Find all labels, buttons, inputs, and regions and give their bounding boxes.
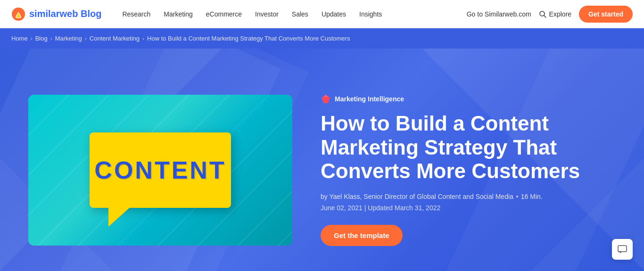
logo-icon	[11, 7, 25, 21]
nav-item-investor[interactable]: Investor	[249, 7, 284, 22]
breadcrumb-marketing[interactable]: Marketing	[55, 35, 82, 42]
speech-bubble-wrapper: CONTENT	[90, 132, 231, 208]
get-started-button[interactable]: Get started	[579, 6, 633, 23]
hero-text: Marketing Intelligence How to Build a Co…	[321, 94, 616, 246]
logo-text: similarweb Blog	[29, 8, 101, 19]
nav-item-insights[interactable]: Insights	[354, 7, 388, 22]
article-author: by Yael Klass, Senior Director of Global…	[321, 193, 616, 200]
nav-item-research[interactable]: Research	[116, 7, 156, 22]
get-template-button[interactable]: Get the template	[321, 225, 403, 246]
speech-bubble: CONTENT	[90, 132, 231, 208]
speech-bubble-text: CONTENT	[94, 156, 226, 184]
logo[interactable]: similarweb Blog	[11, 7, 101, 21]
hero-category: Marketing Intelligence	[321, 94, 616, 104]
article-date: June 02, 2021 | Updated March 31, 2022	[321, 204, 616, 212]
svg-rect-6	[618, 246, 627, 252]
chat-icon	[617, 244, 627, 255]
nav-item-updates[interactable]: Updates	[316, 7, 352, 22]
hero-content: CONTENT Marketing Intelligence How to Bu…	[28, 94, 616, 246]
nav-right: Go to Similarweb.com Explore Get started	[467, 6, 633, 23]
article-title: How to Build a Content Marketing Strateg…	[321, 112, 616, 183]
author-dot-separator	[516, 196, 518, 197]
svg-line-2	[544, 16, 546, 17]
go-to-similarweb[interactable]: Go to Similarweb.com	[467, 10, 531, 18]
nav-links: Research Marketing eCommerce Investor Sa…	[116, 7, 466, 22]
nav-item-marketing[interactable]: Marketing	[158, 7, 198, 22]
breadcrumb-sep-3: ›	[85, 35, 87, 42]
search-icon	[539, 10, 546, 18]
breadcrumb-sep-1: ›	[31, 35, 33, 42]
breadcrumb-home[interactable]: Home	[11, 35, 28, 42]
breadcrumb: Home › Blog › Marketing › Content Market…	[0, 28, 644, 49]
hero-image: CONTENT	[28, 95, 292, 246]
breadcrumb-sep-4: ›	[142, 35, 144, 42]
hero-section: CONTENT Marketing Intelligence How to Bu…	[0, 49, 644, 271]
gem-icon	[321, 94, 331, 104]
nav-item-sales[interactable]: Sales	[286, 7, 314, 22]
breadcrumb-content-marketing[interactable]: Content Marketing	[90, 35, 140, 42]
category-label: Marketing Intelligence	[335, 95, 404, 103]
explore-button[interactable]: Explore	[539, 10, 571, 18]
nav-item-ecommerce[interactable]: eCommerce	[200, 7, 248, 22]
navbar: similarweb Blog Research Marketing eComm…	[0, 0, 644, 28]
chat-widget[interactable]	[612, 239, 633, 260]
breadcrumb-blog[interactable]: Blog	[35, 35, 48, 42]
breadcrumb-current-page: How to Build a Content Marketing Strateg…	[147, 35, 350, 42]
breadcrumb-sep-2: ›	[50, 35, 52, 42]
